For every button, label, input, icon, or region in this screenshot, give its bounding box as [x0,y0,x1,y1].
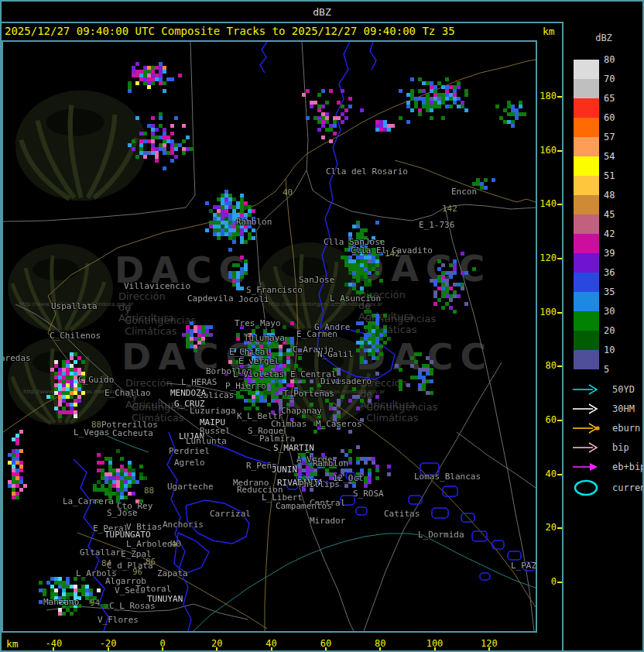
legend-arrow-eb-bip: eb+bip [571,459,644,476]
y-tick-label: 20 [538,522,557,533]
road-number-label: 88 [144,486,154,495]
place-label: Villavicencio [124,282,190,290]
y-tick-label: 80 [538,360,557,371]
place-label: L_Dormida [418,530,464,539]
dbz-scale-segment [574,292,599,311]
dbz-scale-label: 10 [604,345,615,355]
window-title: dBZ [313,6,331,18]
dbz-scale-segment [574,273,599,292]
arrow-icon [571,459,602,475]
y-axis-unit: km [543,26,555,37]
dbz-scale-segment [574,253,599,273]
dbz-scale-label: 39 [604,248,615,259]
place-label: Cacheuta [112,429,153,438]
place-label: Gltallary [80,548,126,557]
place-label: C_Chilenos [50,331,101,340]
place-label: SanJose [299,276,334,284]
y-tick-label: 180 [538,91,557,101]
title-bar: dBZ [2,2,642,23]
legend-arrow-50yd: 50YD [571,382,644,399]
dbz-scale-label: 60 [604,112,615,123]
dbz-scale-segment [574,118,599,137]
x-axis-unit: km [6,638,19,650]
place-label: S_ROSA [353,489,384,498]
dbz-scale-label: 45 [604,209,615,220]
dbz-scale-segment [574,331,599,350]
dbz-scale-segment [574,60,599,79]
place-label: Palmira [259,434,295,443]
place-label: Agrelo [174,458,205,467]
place-label: P_Hierro [225,382,266,390]
place-label: Capdevila [187,294,234,303]
y-axis: 180160140120100806040200 [537,40,562,633]
dbz-scale-segment [574,350,599,369]
place-label: Zapata [157,569,188,578]
road-number-label: 40 [283,188,293,197]
place-label: Lunlunta [186,437,227,445]
x-tick [271,647,272,652]
dbz-scale-label: 20 [604,325,615,336]
place-label: S_MARTIN [273,444,314,452]
place-label: L_Asuncion [330,294,381,303]
place-label: Ramblon [313,459,348,468]
y-tick-label: 120 [538,252,557,263]
dbz-scale-segment [574,98,599,118]
place-label: Lomas_Blancas [414,472,481,481]
x-tick [488,647,490,652]
place-label: M_Caseros [316,420,362,428]
place-label: Encon [451,187,477,196]
legend-current-ellipse: current [571,478,644,498]
place-label: L_Arboleda [126,540,177,548]
place-label: Tres_Mayo [235,319,281,328]
place-label: Uspallata [51,302,98,311]
dbz-scale-label: 35 [604,287,615,297]
place-label: S_Jose [107,509,138,517]
x-tick [325,647,327,652]
road-number-label: 40 [171,540,181,548]
place-label: 12_Oct [333,474,364,482]
legend-arrow-30hm: 30HM [571,401,644,418]
dbz-scale-label: 36 [604,267,615,278]
dbz-scale-label: 57 [604,132,615,142]
place-label: Clla del Rosario [326,167,408,176]
dbz-scale-label: 5 [604,364,609,375]
place-label: Divisadero [320,377,372,386]
y-tick-label: 140 [538,198,557,209]
place-label: Totoral [135,585,171,593]
radar-map-viewport[interactable]: DACCDirección de Agriculturay Contingenc… [2,40,537,633]
arrow-icon [571,382,602,397]
place-label: aredas [2,354,31,362]
x-tick [216,647,218,652]
dbz-scale-segment [574,79,599,98]
place-label: V_Flores [98,616,139,624]
legend-arrow-bip: bip [571,440,644,457]
place-label: E_vergel [238,357,279,365]
road-number-label: 94 [90,599,100,607]
legend-arrow-eburn: eburn [571,420,644,438]
current-ellipse-icon [571,478,602,498]
dbz-scale-segment [574,137,599,156]
place-label: L_HERAS [181,378,217,386]
x-tick [162,647,163,652]
road-number-label: 142 [385,249,400,258]
dbz-scale-label: 42 [604,228,615,239]
timestamp-text: 2025/12/27 09:40:00 UTC Composite Tracks… [5,25,455,37]
place-label: Ramblon [236,218,272,226]
arrow-icon [571,440,602,455]
arrow-label: eb+bip [612,462,644,472]
road-number-label: 88 [91,420,101,429]
place-label: TUPUNGATO [104,530,151,539]
dbz-scale-segment [574,176,599,195]
place-label: Catitas [384,510,420,518]
place-label: E_1-736 [419,221,454,229]
y-tick-label: 100 [538,307,557,317]
place-label: E_Carmen [296,330,337,338]
place-label: N_Galil [317,350,353,359]
x-tick [379,647,381,652]
place-label: L_PAZ [511,561,536,570]
place-label: Chapanay [281,407,322,415]
road-number-label: 142 [442,204,457,213]
place-label: T_Porteñas [283,389,334,398]
place-label: C_L_Rosas [109,602,156,610]
place-label: La_Carrera [63,497,114,506]
